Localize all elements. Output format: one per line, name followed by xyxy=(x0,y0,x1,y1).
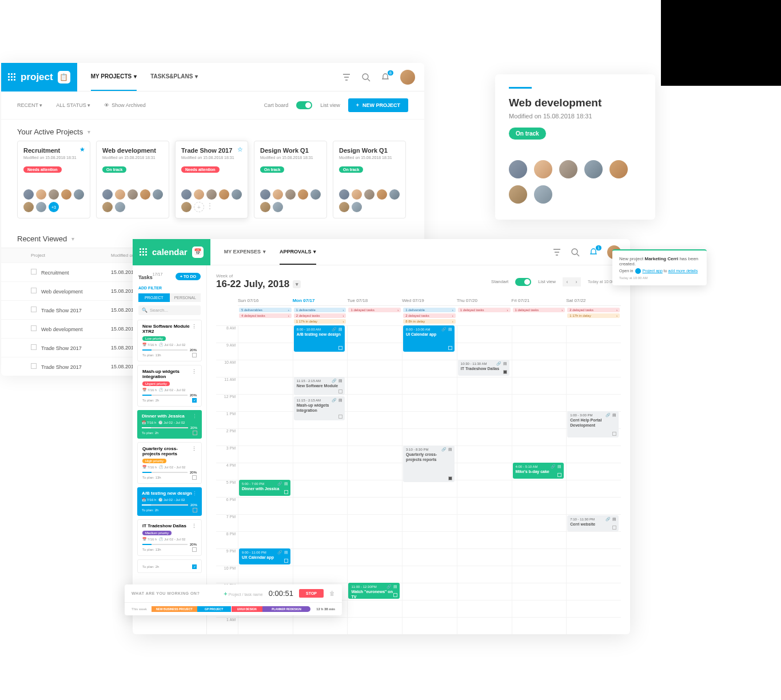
time-slot[interactable] xyxy=(457,600,512,617)
time-slot[interactable] xyxy=(566,377,621,394)
view-toggle[interactable] xyxy=(296,101,312,109)
time-slot[interactable] xyxy=(512,360,567,377)
time-slot[interactable] xyxy=(347,531,402,548)
nav-my-projects[interactable]: MY PROJECTS▾ xyxy=(91,63,137,91)
chevron-down-icon[interactable]: ▾ xyxy=(87,129,90,135)
avatar[interactable] xyxy=(61,189,71,200)
project-card[interactable]: ☆ Trade Show 2017 Modified on 15.08.2018… xyxy=(175,141,248,218)
avatar[interactable] xyxy=(559,160,577,178)
time-slot[interactable] xyxy=(293,463,348,480)
time-slot[interactable] xyxy=(238,617,293,634)
task-card[interactable]: New Software Module XTR2⋮ Low priority 📅… xyxy=(137,320,202,361)
calendar-logo[interactable]: calendar 📅 xyxy=(133,239,210,265)
time-slot[interactable] xyxy=(402,394,457,411)
avatar[interactable] xyxy=(194,189,204,200)
timer-task-input[interactable]: +Project / task name xyxy=(205,590,262,597)
checkbox[interactable] xyxy=(193,508,197,512)
timer-seg[interactable]: PLANNER REDESIGN xyxy=(262,606,311,612)
time-slot[interactable] xyxy=(347,480,402,497)
time-slot[interactable] xyxy=(238,394,293,411)
time-slot[interactable] xyxy=(238,377,293,394)
checkbox[interactable] xyxy=(192,475,197,480)
time-slot[interactable] xyxy=(293,497,348,514)
avatar[interactable] xyxy=(102,189,113,200)
range-dropdown[interactable]: ▾ xyxy=(293,280,301,288)
avatar[interactable] xyxy=(23,202,34,212)
time-slot[interactable] xyxy=(566,531,621,548)
time-slot[interactable] xyxy=(512,514,567,531)
time-slot[interactable] xyxy=(238,463,293,480)
checkbox[interactable] xyxy=(31,288,37,293)
time-slot[interactable] xyxy=(402,583,457,600)
calendar-event[interactable]: 🔗▤11:00 - 12:30PMWatch "euronews" on TV xyxy=(348,583,400,599)
time-slot[interactable] xyxy=(512,446,567,463)
avatar[interactable] xyxy=(273,202,283,212)
event-checkbox[interactable] xyxy=(338,415,342,419)
new-project-button[interactable]: +NEW PROJECT xyxy=(348,98,408,112)
search-icon[interactable] xyxy=(361,73,370,82)
summary-chip[interactable]: 1 deliverable› xyxy=(294,308,346,312)
nav-my-expenses[interactable]: MY EXPENSES ▾ xyxy=(224,240,266,265)
todo-button[interactable]: + TO DO xyxy=(176,273,201,280)
notification-toast[interactable]: New project Marketing Cerri has been cre… xyxy=(612,249,707,285)
stop-button[interactable]: STOP xyxy=(299,589,324,598)
time-slot[interactable] xyxy=(402,497,457,514)
time-slot[interactable] xyxy=(347,325,402,343)
time-slot[interactable] xyxy=(457,531,512,548)
avatar[interactable] xyxy=(339,202,349,212)
time-slot[interactable] xyxy=(293,531,348,548)
checkbox[interactable] xyxy=(31,325,37,331)
time-slot[interactable] xyxy=(566,446,621,463)
time-slot[interactable] xyxy=(238,446,293,463)
time-slot[interactable] xyxy=(512,428,567,446)
summary-chip[interactable]: 5 deliverables› xyxy=(239,308,292,312)
subheader-all-status[interactable]: ALL STATUS ▾ xyxy=(56,102,90,108)
bell-icon[interactable]: 8 xyxy=(381,73,390,82)
calendar-event[interactable]: 🔗▤8:00 - 10:00 AMUI Calendar app xyxy=(403,325,455,352)
time-slot[interactable] xyxy=(566,600,621,617)
time-slot[interactable] xyxy=(512,411,567,428)
time-slot[interactable] xyxy=(512,480,567,497)
avatar[interactable] xyxy=(377,189,387,200)
time-slot[interactable] xyxy=(402,377,457,394)
event-checkbox[interactable] xyxy=(338,389,342,393)
checkbox[interactable] xyxy=(31,269,37,275)
avatar[interactable] xyxy=(584,160,603,178)
calendar-event[interactable]: 🔗▤11:15 - 2:15 AMNew Software Module xyxy=(294,377,345,395)
add-member-button[interactable]: + xyxy=(194,202,204,212)
more-icon[interactable]: ⋮ xyxy=(192,324,197,336)
time-slot[interactable] xyxy=(347,343,402,360)
project-card[interactable]: Design Work Q1 Modified on 15.08.2018 18… xyxy=(254,141,327,218)
time-slot[interactable] xyxy=(457,446,512,463)
time-slot[interactable] xyxy=(457,325,512,343)
project-card[interactable]: ★ Recruitment Modified on 15.08.2018 18:… xyxy=(17,141,90,218)
day-header[interactable]: Sun 07/16 xyxy=(238,296,293,306)
filter-icon[interactable] xyxy=(342,73,351,82)
avatar[interactable] xyxy=(298,189,308,200)
summary-chip[interactable]: 4 delayed tasks› xyxy=(239,313,292,318)
prev-button[interactable]: ‹ xyxy=(563,277,572,287)
summary-chip[interactable]: 1 deliverable› xyxy=(403,308,456,312)
time-slot[interactable] xyxy=(457,463,512,480)
calendar-event[interactable]: 🔗▤10:30 - 11:30 AMIT Tradeshow Dallas xyxy=(458,360,509,376)
more-icon[interactable]: ⋮ xyxy=(192,491,197,498)
time-slot[interactable] xyxy=(238,497,293,514)
time-slot[interactable] xyxy=(566,548,621,566)
avatar[interactable] xyxy=(260,189,270,200)
avatar[interactable] xyxy=(140,189,150,200)
project-logo[interactable]: project 📋 xyxy=(1,63,77,92)
avatar[interactable] xyxy=(49,189,59,200)
calendar-event[interactable]: 🔗▤1:00 - 3:00 PMCerri Help Portal Develo… xyxy=(567,411,619,438)
avatar[interactable] xyxy=(181,189,192,200)
more-icon[interactable]: ⋮ xyxy=(192,413,197,420)
user-avatar[interactable] xyxy=(400,70,415,85)
project-card[interactable]: Web development Modified on 15.08.2018 1… xyxy=(96,141,169,218)
day-header[interactable]: Thu 07/20 xyxy=(457,296,512,306)
time-slot[interactable] xyxy=(566,325,621,343)
time-slot[interactable] xyxy=(402,360,457,377)
time-slot[interactable] xyxy=(512,600,567,617)
time-slot[interactable] xyxy=(347,446,402,463)
time-slot[interactable] xyxy=(238,343,293,360)
calendar-event[interactable]: 🔗▤7:10 - 11:30 PMCerri website xyxy=(567,515,619,531)
avatar[interactable] xyxy=(181,202,192,212)
